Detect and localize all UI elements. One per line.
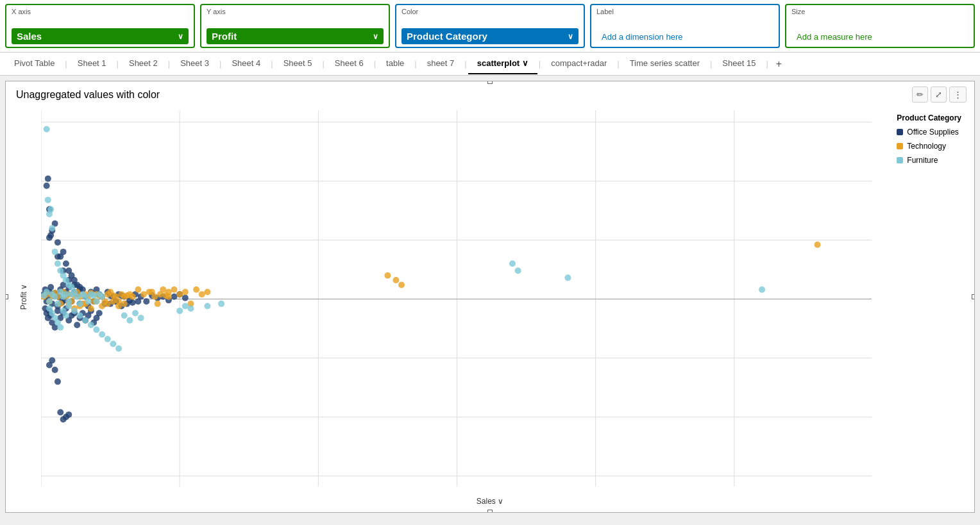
svg-point-249 — [110, 340, 116, 347]
svg-point-120 — [52, 367, 58, 373]
svg-point-117 — [96, 310, 103, 317]
x-axis-value[interactable]: Sales ∨ — [12, 28, 189, 44]
size-field-label: Size — [791, 8, 968, 15]
svg-point-171 — [140, 291, 147, 297]
svg-point-229 — [49, 225, 55, 231]
svg-point-84 — [60, 249, 67, 255]
tab-sheet5[interactable]: Sheet 5 — [275, 53, 321, 74]
tab-sheet15[interactable]: Sheet 15 — [713, 53, 765, 74]
svg-point-194 — [99, 303, 105, 310]
color-value[interactable]: Product Category ∨ — [401, 28, 579, 44]
tab-time-series-scatter[interactable]: Time series scatter — [621, 53, 709, 74]
x-axis-chart-label[interactable]: Sales ∨ — [477, 497, 503, 506]
edit-button[interactable]: ✏ — [912, 87, 928, 103]
label-field[interactable]: Label Add a dimension here — [590, 4, 780, 48]
svg-point-121 — [55, 378, 61, 385]
svg-point-207 — [52, 294, 58, 300]
color-field[interactable]: Color Product Category ∨ — [395, 4, 585, 48]
svg-point-76 — [171, 294, 178, 300]
svg-point-205 — [46, 298, 53, 304]
resize-handle-top[interactable] — [487, 81, 493, 84]
size-placeholder[interactable]: Add a measure here — [791, 29, 968, 44]
svg-point-262 — [57, 324, 63, 331]
legend-dot-furniture — [897, 157, 903, 163]
svg-point-195 — [105, 301, 111, 307]
svg-point-91 — [44, 183, 50, 189]
svg-point-221 — [90, 292, 97, 299]
add-sheet-button[interactable]: + — [770, 53, 788, 75]
more-options-button[interactable]: ⋮ — [949, 87, 967, 103]
tabs-bar: Pivot Table | Sheet 1 | Sheet 2 | Sheet … — [0, 53, 980, 76]
svg-point-224 — [99, 294, 105, 300]
svg-point-240 — [759, 287, 765, 293]
y-axis-field[interactable]: Y axis Profit ∨ — [200, 4, 390, 48]
resize-handle-left[interactable] — [5, 294, 8, 299]
svg-point-236 — [69, 284, 75, 290]
svg-point-71 — [143, 298, 149, 304]
size-field[interactable]: Size Add a measure here — [785, 4, 975, 48]
x-axis-field[interactable]: X axis Sales ∨ — [5, 4, 195, 48]
tab-pivot-table[interactable]: Pivot Table — [5, 53, 63, 74]
svg-point-241 — [65, 303, 72, 310]
svg-point-136 — [135, 298, 141, 304]
svg-point-230 — [52, 249, 58, 255]
tab-sheet3[interactable]: Sheet 3 — [171, 53, 218, 74]
svg-point-215 — [74, 294, 80, 300]
svg-point-244 — [82, 317, 89, 324]
svg-point-170 — [135, 287, 141, 293]
svg-point-102 — [55, 308, 61, 314]
tab-compact-radar[interactable]: compact+radar — [542, 53, 616, 74]
svg-point-246 — [93, 326, 99, 333]
svg-point-182 — [199, 291, 205, 297]
resize-handle-bottom[interactable] — [487, 510, 493, 513]
scatter-plot: 05001,0001,5002,0002,5003,000-8,000-5,00… — [41, 110, 872, 487]
label-field-label: Label — [596, 8, 773, 15]
svg-point-185 — [393, 277, 399, 283]
legend-title: Product Category — [897, 113, 961, 122]
svg-point-257 — [187, 305, 194, 312]
tab-sheet6[interactable]: Sheet 6 — [326, 53, 373, 74]
expand-button[interactable]: ⤢ — [931, 87, 947, 103]
x-axis-label: X axis — [12, 8, 189, 15]
svg-point-198 — [121, 301, 128, 307]
legend-item-technology: Technology — [897, 142, 961, 151]
x-axis-chevron-icon: ∨ — [178, 32, 183, 41]
y-axis-value[interactable]: Profit ∨ — [207, 28, 384, 44]
svg-point-243 — [77, 312, 83, 319]
svg-point-192 — [88, 305, 94, 312]
svg-point-253 — [132, 310, 139, 317]
legend-label-technology: Technology — [907, 142, 946, 151]
label-placeholder[interactable]: Add a dimension here — [596, 29, 773, 44]
tab-sheet7[interactable]: sheet 7 — [418, 53, 464, 74]
chart-container: Unaggregated values with color ✏ ⤢ ⋮ Pro… — [5, 81, 975, 513]
tab-scatterplot[interactable]: scatterplot ∨ — [468, 53, 537, 74]
legend-dot-technology — [897, 143, 903, 149]
top-bar: X axis Sales ∨ Y axis Profit ∨ Color Pro… — [0, 0, 980, 53]
chart-legend: Product Category Office Supplies Technol… — [897, 113, 961, 170]
tab-sheet2[interactable]: Sheet 2 — [120, 53, 167, 74]
svg-point-251 — [121, 312, 128, 319]
svg-point-202 — [165, 294, 172, 300]
svg-point-231 — [55, 260, 61, 267]
tab-table[interactable]: table — [377, 53, 413, 74]
color-chevron-icon: ∨ — [568, 32, 573, 41]
svg-point-200 — [155, 301, 161, 307]
svg-point-204 — [44, 288, 50, 295]
svg-point-178 — [176, 291, 183, 297]
svg-point-256 — [182, 303, 189, 310]
y-axis-chart-label[interactable]: Profit ∨ — [19, 284, 28, 310]
svg-point-181 — [193, 287, 199, 293]
svg-point-177 — [171, 287, 178, 293]
svg-point-208 — [55, 301, 61, 307]
legend-dot-office-supplies — [897, 129, 903, 135]
legend-item-furniture: Furniture — [897, 156, 961, 165]
resize-handle-right[interactable] — [972, 294, 975, 299]
chart-title: Unaggregated values with color — [6, 81, 974, 103]
svg-point-216 — [77, 301, 83, 307]
svg-point-247 — [99, 331, 105, 338]
tab-sheet1[interactable]: Sheet 1 — [69, 53, 115, 74]
legend-label-office-supplies: Office Supplies — [907, 128, 959, 137]
y-axis-label: Y axis — [207, 8, 384, 15]
svg-point-254 — [138, 315, 144, 321]
tab-sheet4[interactable]: Sheet 4 — [223, 53, 269, 74]
